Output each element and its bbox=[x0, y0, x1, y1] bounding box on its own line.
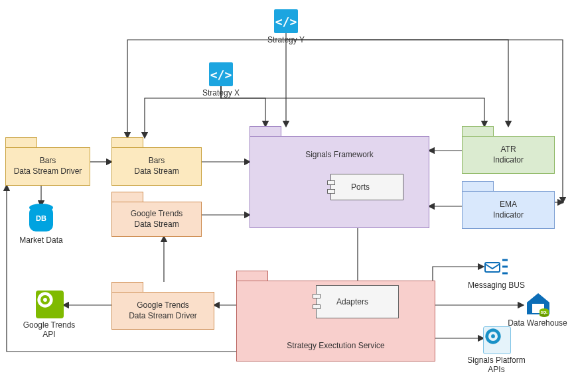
ports-component: Ports bbox=[330, 174, 403, 200]
code-icon: </> bbox=[274, 9, 298, 33]
gt-driver-folder: Google Trends Data Stream Driver bbox=[111, 282, 214, 330]
atr-folder: ATR Indicator bbox=[462, 126, 555, 174]
bars-driver-folder: Bars Data Stream Driver bbox=[5, 137, 90, 186]
svg-point-7 bbox=[491, 334, 495, 338]
svg-text:SQL: SQL bbox=[541, 310, 547, 314]
api-icon bbox=[483, 326, 511, 354]
ports-label: Ports bbox=[351, 182, 370, 192]
adapters-component: Adapters bbox=[316, 285, 399, 318]
svg-rect-2 bbox=[532, 304, 544, 313]
sp-api-label: Signals Platform APIs bbox=[457, 356, 536, 374]
svg-rect-4 bbox=[540, 310, 549, 315]
warehouse-icon: SQL bbox=[524, 289, 552, 317]
database-icon: DB bbox=[29, 208, 53, 234]
gt-api-label: Google Trends API bbox=[9, 320, 89, 339]
svg-point-3 bbox=[540, 308, 549, 312]
msg-bus-label: Messaging BUS bbox=[457, 281, 536, 290]
svg-point-5 bbox=[540, 313, 549, 317]
svg-rect-1 bbox=[485, 263, 500, 272]
strategy-x-label: Strategy X bbox=[181, 88, 261, 98]
gt-stream-folder: Google Trends Data Stream bbox=[111, 192, 202, 237]
diagram-canvas: </> Strategy Y </> Strategy X Bars Data … bbox=[0, 0, 576, 392]
svg-point-0 bbox=[43, 298, 47, 302]
strategy-y-label: Strategy Y bbox=[246, 35, 326, 44]
market-data-label: Market Data bbox=[1, 235, 81, 245]
ema-folder: EMA Indicator bbox=[462, 181, 555, 229]
adapters-label: Adapters bbox=[336, 297, 368, 306]
code-icon: </> bbox=[209, 62, 233, 86]
api-icon bbox=[36, 291, 64, 318]
bars-stream-folder: Bars Data Stream bbox=[111, 137, 202, 186]
messaging-icon bbox=[483, 253, 511, 281]
